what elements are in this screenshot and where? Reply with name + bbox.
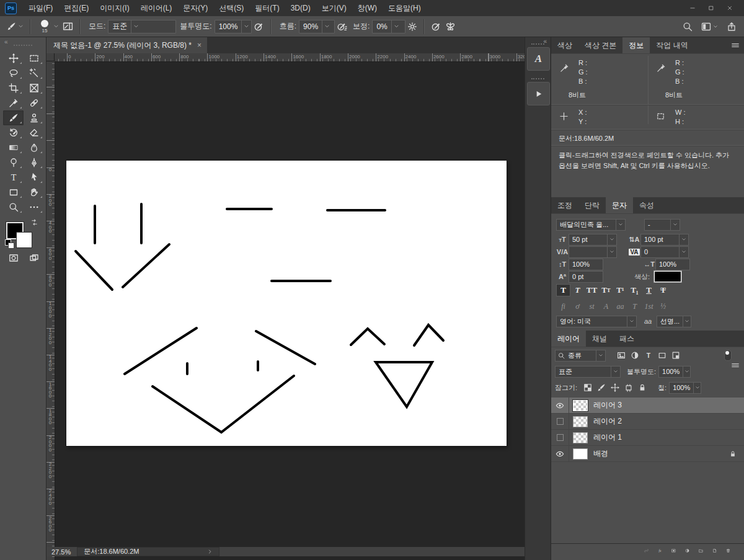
- gradient-tool[interactable]: [3, 140, 24, 155]
- font-size-select[interactable]: 50 pt: [569, 234, 617, 246]
- lock-pixels-button[interactable]: [595, 382, 608, 393]
- layer-name[interactable]: 배경: [593, 448, 608, 459]
- toolbar-grip[interactable]: [14, 45, 32, 46]
- eraser-tool[interactable]: [24, 125, 44, 140]
- shape-tool[interactable]: [3, 185, 24, 200]
- layer-visibility-toggle[interactable]: [551, 430, 569, 445]
- font-family-select[interactable]: 배달의민족 을...: [556, 219, 626, 231]
- minimize-button[interactable]: [684, 2, 701, 14]
- airbrush-button[interactable]: [337, 21, 347, 32]
- document-size-field[interactable]: 문서:18.6M/60.2M: [77, 547, 219, 556]
- lock-all-button[interactable]: [636, 382, 649, 393]
- new-layer-button[interactable]: [703, 545, 717, 556]
- layer-thumbnail[interactable]: [573, 432, 588, 443]
- type-tool[interactable]: T: [3, 170, 24, 185]
- layers-tab[interactable]: 레이어: [551, 331, 586, 347]
- pressure-size-button[interactable]: [431, 21, 441, 32]
- layer-blend-mode-select[interactable]: 표준: [555, 366, 621, 378]
- info-tab[interactable]: 정보: [622, 37, 650, 53]
- background-color-swatch[interactable]: [16, 232, 32, 248]
- zoom-tool[interactable]: [3, 200, 24, 215]
- new-group-button[interactable]: [689, 545, 703, 556]
- layer-thumbnail[interactable]: [573, 448, 588, 460]
- frame-tool[interactable]: [24, 81, 44, 96]
- chevron-right-icon[interactable]: [207, 549, 213, 554]
- menu-item-2[interactable]: 편집(E): [58, 0, 94, 16]
- layer-name[interactable]: 레이어 2: [593, 416, 622, 427]
- share-icon[interactable]: [727, 22, 737, 32]
- marquee-tool[interactable]: [24, 51, 44, 66]
- flow-select[interactable]: 90%: [299, 20, 335, 33]
- opentype-button-4[interactable]: A: [599, 301, 613, 312]
- hand-tool[interactable]: [24, 185, 44, 200]
- all-caps-button[interactable]: TT: [585, 284, 599, 296]
- layers-tab[interactable]: 패스: [613, 331, 640, 347]
- opentype-button-7[interactable]: 1st: [642, 301, 656, 312]
- smudge-tool[interactable]: [24, 140, 44, 155]
- menu-item-10[interactable]: 창(W): [352, 0, 383, 16]
- antialias-select[interactable]: 선명...: [657, 316, 691, 327]
- menu-item-5[interactable]: 문자(Y): [177, 0, 213, 16]
- layer-visibility-toggle[interactable]: [551, 414, 569, 429]
- close-button[interactable]: [722, 2, 738, 14]
- opentype-button-6[interactable]: T: [627, 301, 642, 312]
- kerning-select[interactable]: [569, 246, 617, 258]
- subscript-button[interactable]: T₁: [627, 284, 642, 296]
- layer-row[interactable]: 레이어 2: [551, 414, 744, 430]
- layer-visibility-eye-icon[interactable]: [551, 446, 569, 461]
- character-tab[interactable]: 단락: [578, 197, 606, 213]
- opentype-button-2[interactable]: ơ: [570, 301, 585, 312]
- opentype-button-5[interactable]: aa: [613, 301, 627, 312]
- faux-italic-button[interactable]: T: [570, 284, 585, 296]
- pen-tool[interactable]: [24, 155, 44, 170]
- blend-mode-select[interactable]: 표준: [108, 20, 176, 33]
- menu-item-7[interactable]: 필터(T): [249, 0, 285, 16]
- info-tab[interactable]: 색상: [551, 37, 578, 53]
- delete-layer-button[interactable]: [717, 545, 730, 556]
- filter-smart-objects-button[interactable]: [669, 350, 683, 361]
- opentype-button-3[interactable]: st: [585, 301, 599, 312]
- text-color-swatch[interactable]: [653, 270, 682, 283]
- layers-tab[interactable]: 채널: [586, 331, 613, 347]
- toggle-brush-settings-button[interactable]: [63, 21, 73, 32]
- menu-item-1[interactable]: 파일(F): [23, 0, 58, 16]
- vertical-scale-field[interactable]: 100%: [569, 259, 603, 270]
- faux-bold-button[interactable]: T: [556, 284, 570, 296]
- lock-transparency-button[interactable]: [581, 382, 595, 393]
- smoothing-options-button[interactable]: [407, 22, 417, 32]
- layer-row[interactable]: 레이어 1: [551, 430, 744, 446]
- panel-grip[interactable]: [531, 43, 544, 45]
- panel-grip[interactable]: [531, 78, 544, 79]
- character-tab[interactable]: 속성: [633, 197, 660, 213]
- filter-type-layers-button[interactable]: T: [642, 350, 655, 361]
- tracking-select[interactable]: 0: [640, 246, 689, 258]
- lock-artboard-button[interactable]: [622, 382, 636, 393]
- baseline-shift-field[interactable]: 0 pt: [569, 271, 603, 283]
- pressure-opacity-button[interactable]: [254, 21, 264, 32]
- layer-fill-select[interactable]: 100%: [669, 382, 701, 394]
- brush-preset-picker[interactable]: 15: [37, 20, 59, 33]
- opacity-select[interactable]: 100%: [215, 20, 252, 33]
- clone-stamp-tool[interactable]: [24, 110, 44, 125]
- dodge-tool[interactable]: [3, 155, 24, 170]
- history-brush-tool[interactable]: [3, 125, 24, 140]
- opentype-button-8[interactable]: ½: [656, 301, 670, 312]
- glyphs-panel-button[interactable]: A: [527, 47, 550, 71]
- lock-position-button[interactable]: [608, 382, 622, 393]
- collapse-toolbar-icon[interactable]: «: [4, 38, 8, 45]
- menu-item-11[interactable]: 도움말(H): [383, 0, 427, 16]
- maximize-button[interactable]: [703, 2, 719, 14]
- horizontal-scale-field[interactable]: 100%: [655, 259, 690, 270]
- layer-row[interactable]: 레이어 3: [551, 398, 744, 414]
- tool-preset-picker[interactable]: [7, 22, 24, 31]
- filter-shape-layers-button[interactable]: [655, 350, 669, 361]
- strikethrough-button[interactable]: T: [656, 284, 670, 296]
- new-adjustment-layer-button[interactable]: [676, 545, 689, 556]
- healing-brush-tool[interactable]: [24, 96, 44, 110]
- object-selection-tool[interactable]: [24, 66, 44, 81]
- layer-row[interactable]: 배경: [551, 446, 744, 462]
- leading-select[interactable]: 100 pt: [640, 234, 689, 246]
- quick-mask-button[interactable]: [3, 251, 24, 265]
- crop-tool[interactable]: [3, 81, 24, 96]
- smoothing-select[interactable]: 0%: [372, 20, 405, 33]
